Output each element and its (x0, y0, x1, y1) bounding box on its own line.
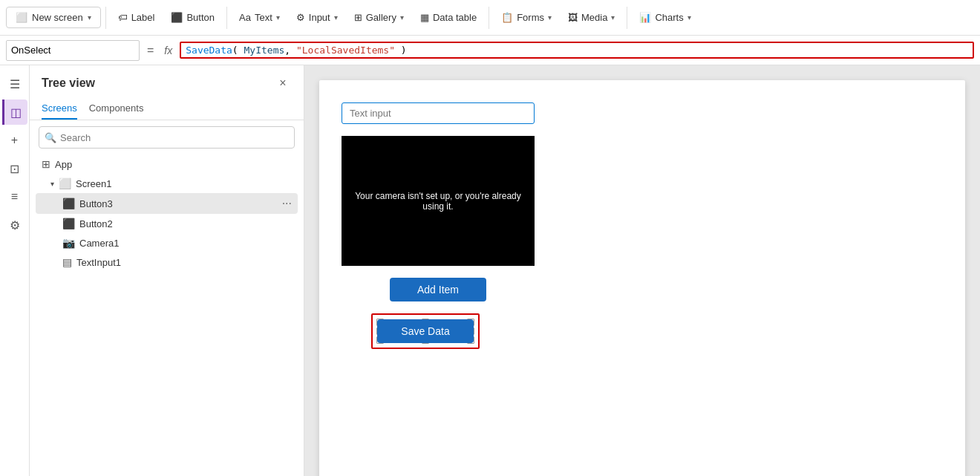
button3-more-icon[interactable]: ··· (282, 197, 292, 210)
formula-string: "LocalSavedItems" (296, 45, 395, 56)
forms-tool[interactable]: 📋 Forms ▾ (494, 7, 559, 27)
charts-tool-icon: 📊 (639, 12, 651, 23)
formula-comma: , (284, 45, 296, 56)
camera1-label: Camera1 (79, 238, 292, 249)
canvas-text-input[interactable] (342, 102, 535, 124)
screen-icon: ⬜ (59, 177, 71, 189)
formula-paren-open: ( (232, 45, 238, 56)
button-tool[interactable]: ⬛ Button (163, 7, 222, 27)
tree-item-screen1[interactable]: ▾ ⬜ Screen1 (36, 174, 298, 193)
tree-item-textinput1[interactable]: ▤ TextInput1 (36, 252, 298, 272)
input-tool[interactable]: ⚙ Input ▾ (289, 7, 345, 27)
toolbar-divider-1 (105, 7, 106, 29)
chevron-down-icon: ▾ (88, 13, 91, 22)
text-tool-icon: Aa (239, 12, 251, 23)
save-data-handles-container: Save Data (377, 319, 474, 343)
tab-components[interactable]: Components (89, 98, 144, 120)
button2-label: Button2 (79, 218, 292, 229)
tree-items: ⊞ App ▾ ⬜ Screen1 ⬛ Button3 ··· ⬛ Button… (30, 154, 304, 476)
canvas-camera: Your camera isn't set up, or you're alre… (342, 136, 535, 266)
camera-icon: 📷 (62, 237, 75, 249)
screen1-chevron-icon: ▾ (50, 180, 54, 188)
formula-variable: MyItems (244, 45, 285, 56)
text-tool[interactable]: Aa Text ▾ (232, 7, 287, 27)
formula-space2 (395, 45, 401, 56)
main-layout: ☰ ◫ + ⊡ ≡ ⚙ Tree view × Screens Componen… (0, 65, 980, 476)
add-item-button[interactable]: Add Item (390, 278, 486, 301)
new-screen-button[interactable]: ⬜ New screen ▾ (6, 7, 101, 28)
button-tool-label: Button (186, 12, 215, 23)
media-tool[interactable]: 🖼 Media ▾ (561, 7, 622, 27)
gallery-tool[interactable]: ⊞ Gallery ▾ (347, 7, 411, 27)
forms-tool-icon: 📋 (501, 12, 513, 23)
save-data-selected-wrapper: Save Data (371, 313, 480, 349)
label-tool-icon: 🏷 (118, 12, 128, 23)
formula-paren-close: ) (401, 45, 407, 56)
canvas-area: Your camera isn't set up, or you're alre… (304, 65, 980, 476)
text-tool-label: Text (255, 12, 272, 23)
gallery-chevron-icon: ▾ (400, 13, 404, 22)
tree-search-container: 🔍 (39, 126, 295, 149)
search-input[interactable] (39, 126, 295, 149)
button3-label: Button3 (79, 198, 278, 209)
app-icon: ⊞ (42, 158, 50, 170)
tree-panel: Tree view × Screens Components 🔍 ⊞ App ▾… (30, 65, 304, 476)
menu-icon: ☰ (10, 77, 20, 91)
fx-label: fx (161, 45, 175, 56)
data-icon-button[interactable]: ⊡ (2, 156, 27, 181)
charts-tool[interactable]: 📊 Charts ▾ (632, 7, 698, 27)
variable-icon: ≡ (11, 190, 18, 203)
tree-item-camera1[interactable]: 📷 Camera1 (36, 233, 298, 252)
gallery-tool-icon: ⊞ (354, 12, 362, 23)
tree-item-button3[interactable]: ⬛ Button3 ··· (36, 193, 298, 214)
variable-icon-button[interactable]: ≡ (2, 184, 27, 209)
input-tool-label: Input (309, 12, 330, 23)
save-data-button[interactable]: Save Data (377, 319, 474, 343)
search-icon: 🔍 (45, 132, 56, 143)
textinput1-label: TextInput1 (76, 257, 292, 268)
data-table-label: Data table (433, 12, 477, 23)
tree-close-button[interactable]: × (274, 74, 292, 92)
data-table-icon: ▦ (420, 12, 429, 23)
button2-icon: ⬛ (62, 218, 75, 229)
tree-header: Tree view × (30, 65, 304, 98)
monitor-icon: ⬜ (16, 12, 27, 23)
menu-icon-button[interactable]: ☰ (2, 71, 27, 97)
formula-bar: OnSelect = fx SaveData( MyItems, "LocalS… (0, 36, 980, 65)
property-selector[interactable]: OnSelect (6, 40, 140, 61)
tree-tabs: Screens Components (30, 98, 304, 120)
add-item-label: Add Item (417, 284, 459, 296)
media-tool-icon: 🖼 (568, 12, 578, 23)
toolbar-divider-2 (226, 7, 227, 29)
textinput-icon: ▤ (62, 256, 72, 268)
gallery-tool-label: Gallery (366, 12, 396, 23)
save-data-label: Save Data (401, 325, 449, 337)
tab-screens[interactable]: Screens (42, 98, 77, 120)
add-icon: + (11, 134, 18, 147)
layers-icon-button[interactable]: ◫ (2, 100, 27, 125)
data-table-tool[interactable]: ▦ Data table (413, 7, 484, 27)
toolbar-divider-3 (489, 7, 489, 29)
input-tool-icon: ⚙ (296, 12, 305, 23)
new-screen-label: New screen (32, 12, 83, 23)
main-toolbar: ⬜ New screen ▾ 🏷 Label ⬛ Button Aa Text … (0, 0, 980, 36)
tree-item-button2[interactable]: ⬛ Button2 (36, 214, 298, 233)
forms-chevron-icon: ▾ (548, 13, 552, 22)
equals-sign: = (144, 44, 157, 57)
toolbar-divider-4 (627, 7, 627, 29)
canvas-frame: Your camera isn't set up, or you're alre… (319, 80, 965, 476)
label-tool[interactable]: 🏷 Label (111, 7, 163, 27)
app-label: App (55, 159, 292, 170)
charts-tool-label: Charts (655, 12, 683, 23)
formula-function: SaveData (186, 45, 232, 56)
tree-item-app[interactable]: ⊞ App (36, 154, 298, 174)
settings-icon: ⚙ (10, 218, 20, 232)
data-icon: ⊡ (10, 162, 19, 176)
settings-icon-button[interactable]: ⚙ (2, 212, 27, 238)
formula-input-wrapper: SaveData( MyItems, "LocalSavedItems" ) (180, 42, 974, 59)
formula-display: SaveData( MyItems, "LocalSavedItems" ) (186, 45, 406, 56)
add-icon-button[interactable]: + (2, 128, 27, 153)
media-tool-label: Media (581, 12, 607, 23)
input-chevron-icon: ▾ (334, 13, 338, 22)
camera-message: Your camera isn't set up, or you're alre… (349, 191, 527, 212)
